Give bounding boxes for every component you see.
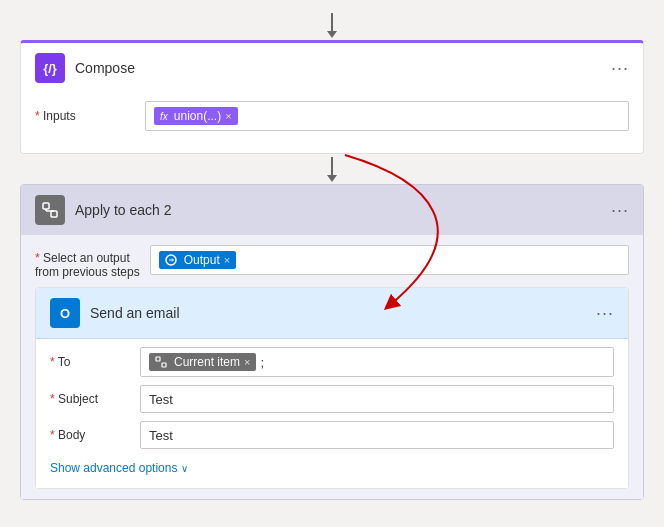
output-token: Output × bbox=[159, 251, 236, 269]
show-advanced-options[interactable]: Show advanced options ∨ bbox=[50, 461, 188, 475]
apply-title: Apply to each 2 bbox=[75, 202, 601, 218]
subject-label: * Subject bbox=[50, 392, 130, 406]
compose-card-header: {/} Compose ··· bbox=[21, 43, 643, 93]
body-field[interactable]: Test bbox=[140, 421, 614, 449]
send-email-menu[interactable]: ··· bbox=[596, 303, 614, 324]
body-label: * Body bbox=[50, 428, 130, 442]
compose-menu[interactable]: ··· bbox=[611, 58, 629, 79]
compose-icon: {/} bbox=[35, 53, 65, 83]
select-output-row: * Select an outputfrom previous steps Ou… bbox=[35, 245, 629, 279]
compose-card: {/} Compose ··· * Inputs fx union(...) × bbox=[20, 40, 644, 154]
compose-title: Compose bbox=[75, 60, 601, 76]
main-container: {/} Compose ··· * Inputs fx union(...) × bbox=[0, 0, 664, 527]
send-email-body: * To Current item × ; bbox=[36, 339, 628, 488]
send-email-card: O Send an email ··· * To bbox=[35, 287, 629, 489]
inputs-label: * Inputs bbox=[35, 109, 135, 123]
apply-icon bbox=[35, 195, 65, 225]
subject-field[interactable]: Test bbox=[140, 385, 614, 413]
svg-rect-0 bbox=[43, 203, 49, 209]
chevron-down-icon: ∨ bbox=[181, 463, 188, 474]
send-email-header: O Send an email ··· bbox=[36, 288, 628, 339]
compose-body: * Inputs fx union(...) × bbox=[21, 93, 643, 153]
union-token-close[interactable]: × bbox=[225, 110, 231, 122]
to-field[interactable]: Current item × ; bbox=[140, 347, 614, 377]
to-semicolon: ; bbox=[260, 355, 264, 370]
subject-field-row: * Subject Test bbox=[50, 385, 614, 413]
svg-rect-6 bbox=[162, 363, 166, 367]
inputs-field[interactable]: fx union(...) × bbox=[145, 101, 629, 131]
email-icon: O bbox=[50, 298, 80, 328]
body-field-row: * Body Test bbox=[50, 421, 614, 449]
send-email-title: Send an email bbox=[90, 305, 586, 321]
apply-section: Apply to each 2 ··· * Select an outputfr… bbox=[20, 184, 644, 500]
down-arrow-1 bbox=[327, 13, 337, 38]
svg-rect-5 bbox=[156, 357, 160, 361]
to-label: * To bbox=[50, 355, 130, 369]
middle-arrow-connector bbox=[20, 154, 644, 184]
union-token: fx union(...) × bbox=[154, 107, 238, 125]
current-item-token: Current item × bbox=[149, 353, 256, 371]
top-arrow-connector bbox=[20, 10, 644, 40]
apply-header: Apply to each 2 ··· bbox=[21, 185, 643, 235]
down-arrow-2 bbox=[327, 157, 337, 182]
select-output-label: * Select an outputfrom previous steps bbox=[35, 245, 140, 279]
output-token-close[interactable]: × bbox=[224, 254, 230, 266]
apply-body: * Select an outputfrom previous steps Ou… bbox=[21, 235, 643, 499]
svg-rect-1 bbox=[51, 211, 57, 217]
apply-menu[interactable]: ··· bbox=[611, 200, 629, 221]
inputs-field-row: * Inputs fx union(...) × bbox=[35, 101, 629, 131]
current-item-close[interactable]: × bbox=[244, 356, 250, 368]
select-output-field[interactable]: Output × bbox=[150, 245, 629, 275]
to-field-row: * To Current item × ; bbox=[50, 347, 614, 377]
